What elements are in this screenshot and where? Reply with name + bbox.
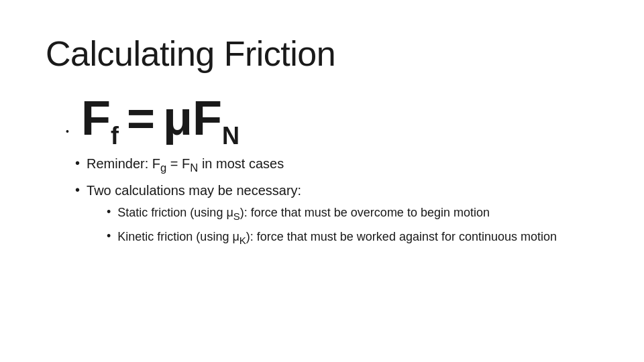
nested-text-static: Static friction (using μS): force that m… [117, 204, 490, 223]
slide: Calculating Friction • Ff = μ FN • Remin… [0, 0, 644, 362]
formula-equals: = [127, 94, 155, 142]
sub-bullet-dot-2: • [75, 182, 80, 198]
nested-bullets: • Static friction (using μS): force that… [87, 204, 557, 247]
formula-mu: μ [163, 94, 193, 142]
sub-bullet-calculations: • Two calculations may be necessary: • S… [75, 181, 604, 251]
nested-text-kinetic: Kinetic friction (using μK): force that … [117, 228, 557, 247]
formula-lhs: Ff [81, 94, 119, 142]
nested-bullet-static: • Static friction (using μS): force that… [107, 204, 557, 223]
sub-bullet-reminder: • Reminder: Fg = FN in most cases [75, 154, 604, 176]
formula-lhs-sub: f [111, 122, 119, 149]
formula-item: • Ff = μ FN [66, 94, 604, 142]
sub-bullet-text-2: Two calculations may be necessary: [87, 183, 301, 198]
formula-rhs-sub: N [222, 122, 239, 149]
formula-rhs: FN [193, 94, 239, 142]
main-formula: Ff = μ FN [81, 94, 239, 142]
content-area: • Ff = μ FN • Reminder: Fg = FN in most … [46, 94, 604, 251]
sub-bullet-content-2: Two calculations may be necessary: • Sta… [87, 181, 557, 251]
nested-bullet-kinetic: • Kinetic friction (using μK): force tha… [107, 228, 557, 247]
sub-bullet-dot-1: • [75, 156, 80, 171]
nested-dot-1: • [107, 205, 111, 219]
sub-bullets: • Reminder: Fg = FN in most cases • Two … [66, 154, 604, 251]
sub-bullet-text-1: Reminder: Fg = FN in most cases [87, 154, 284, 176]
page-title: Calculating Friction [46, 34, 604, 74]
bullet-dot: • [66, 126, 69, 137]
nested-dot-2: • [107, 229, 111, 243]
